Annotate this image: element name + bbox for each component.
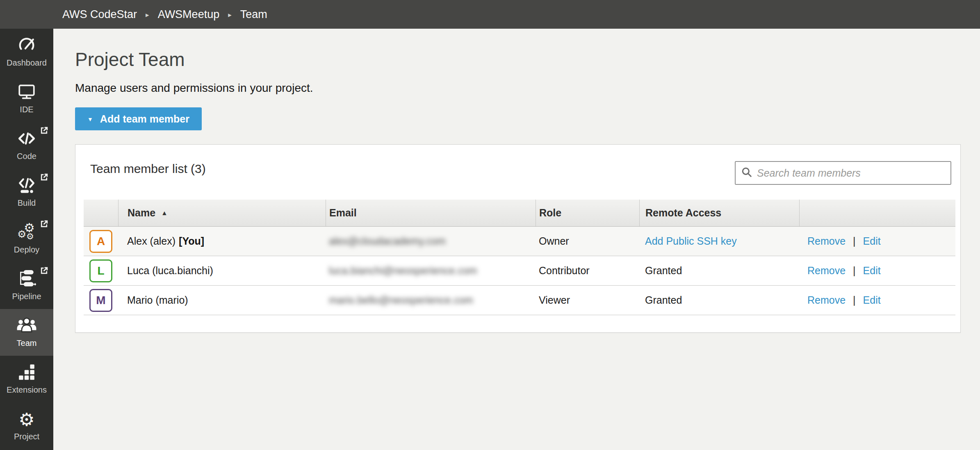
add-team-member-button[interactable]: ▼ Add team member — [75, 107, 202, 130]
avatar: L — [89, 259, 112, 282]
top-navigation-bar: AWS CodeStar ▸ AWSMeetup ▸ Team — [0, 0, 980, 29]
blurred-email: luca.bianchi@neosperience.com — [329, 265, 477, 277]
action-separator: | — [853, 294, 856, 306]
sidebar-item-build[interactable]: Build — [0, 169, 53, 216]
sort-ascending-icon: ▲ — [161, 209, 168, 217]
monitor-icon — [17, 82, 36, 103]
action-separator: | — [853, 265, 856, 277]
team-member-list-panel: Team member list (3) Name ▲ Email Role — [75, 144, 961, 333]
remove-link[interactable]: Remove — [807, 265, 846, 277]
search-icon — [741, 167, 752, 179]
gears-icon: ⚙ ⚙ ⚙ — [17, 223, 36, 242]
panel-title: Team member list (3) — [90, 162, 206, 176]
table-row: M Mario (mario) mario.bello@neosperience… — [84, 286, 955, 315]
table-row: L Luca (luca.bianchi) luca.bianchi@neosp… — [84, 256, 955, 286]
sidebar-item-extensions[interactable]: Extensions — [0, 356, 53, 402]
action-separator: | — [853, 235, 856, 247]
blurred-email: alex@cloudacademy.com — [329, 235, 446, 247]
team-member-table: Name ▲ Email Role Remote Access — [84, 200, 955, 315]
external-link-icon — [40, 173, 48, 183]
gear-icon: ⚙ — [18, 411, 34, 429]
sidebar-item-team[interactable]: Team — [0, 309, 53, 356]
member-role: Viewer — [536, 286, 639, 315]
blurred-email: mario.bello@neosperience.com — [329, 294, 473, 306]
build-code-icon — [17, 176, 36, 196]
sidebar-item-label: Deploy — [14, 245, 39, 255]
remove-link[interactable]: Remove — [807, 235, 846, 247]
breadcrumb-app[interactable]: AWS CodeStar — [62, 8, 137, 21]
search-box — [735, 161, 951, 185]
remove-link[interactable]: Remove — [807, 294, 846, 306]
dashboard-gauge-icon — [17, 36, 36, 56]
member-name: Mario (mario) — [118, 286, 326, 315]
sidebar-item-label: Extensions — [7, 385, 47, 395]
avatar-column-header — [84, 200, 118, 226]
member-role: Owner — [536, 227, 639, 256]
remote-access-status: Granted — [639, 286, 799, 315]
table-header-row: Name ▲ Email Role Remote Access — [84, 200, 955, 227]
remote-access-status: Granted — [639, 256, 799, 285]
chevron-down-icon: ▼ — [87, 116, 93, 123]
sidebar-item-label: Project — [14, 432, 39, 441]
edit-link[interactable]: Edit — [863, 235, 881, 247]
name-column-header[interactable]: Name ▲ — [118, 200, 326, 226]
you-badge: [You] — [179, 235, 204, 247]
member-role: Contributor — [536, 256, 639, 285]
external-link-icon — [40, 220, 48, 230]
actions-column-header — [799, 200, 955, 226]
breadcrumb-project[interactable]: AWSMeetup — [158, 8, 220, 21]
role-column-header[interactable]: Role — [536, 200, 639, 226]
sidebar-item-label: Code — [17, 152, 36, 161]
page-title: Project Team — [75, 48, 980, 70]
member-email: mario.bello@neosperience.com — [326, 286, 536, 315]
sidebar-item-label: Team — [17, 339, 37, 348]
remote-access-column-header[interactable]: Remote Access — [639, 200, 799, 226]
edit-link[interactable]: Edit — [863, 294, 881, 306]
member-name: Luca (luca.bianchi) — [118, 256, 326, 285]
member-email: alex@cloudacademy.com — [326, 227, 536, 256]
sidebar-item-label: Dashboard — [7, 58, 47, 68]
sidebar-item-code[interactable]: Code — [0, 122, 53, 169]
sidebar-item-ide[interactable]: IDE — [0, 75, 53, 122]
pipeline-stages-icon — [17, 269, 36, 290]
sidebar-item-deploy[interactable]: ⚙ ⚙ ⚙ Deploy — [0, 216, 53, 262]
breadcrumb-page: Team — [240, 8, 267, 21]
sidebar-item-pipeline[interactable]: Pipeline — [0, 262, 53, 309]
sidebar-navigation: Dashboard IDE Code Bui — [0, 29, 53, 450]
breadcrumb-separator-icon: ▸ — [228, 11, 232, 19]
sidebar-item-label: Pipeline — [12, 292, 41, 301]
avatar: A — [89, 230, 112, 253]
page-subtitle: Manage users and permissions in your pro… — [75, 82, 980, 95]
main-content: Project Team Manage users and permission… — [53, 29, 980, 450]
external-link-icon — [40, 126, 48, 136]
member-name: Alex (alex) [You] — [118, 227, 326, 256]
sidebar-item-project[interactable]: ⚙ Project — [0, 402, 53, 449]
people-icon — [16, 318, 37, 335]
search-team-members-input[interactable] — [757, 167, 945, 179]
add-public-ssh-key-link[interactable]: Add Public SSH key — [645, 235, 737, 247]
avatar: M — [89, 289, 112, 312]
sidebar-item-label: Build — [18, 198, 36, 208]
add-team-member-label: Add team member — [100, 113, 189, 125]
code-brackets-icon — [17, 129, 36, 150]
sidebar-item-label: IDE — [20, 105, 33, 114]
blocks-icon — [17, 363, 36, 383]
external-link-icon — [40, 266, 48, 277]
breadcrumb-separator-icon: ▸ — [146, 11, 149, 19]
table-row: A Alex (alex) [You] alex@cloudacademy.co… — [84, 227, 955, 256]
member-email: luca.bianchi@neosperience.com — [326, 256, 536, 285]
email-column-header[interactable]: Email — [326, 200, 536, 226]
sidebar-item-dashboard[interactable]: Dashboard — [0, 29, 53, 75]
edit-link[interactable]: Edit — [863, 265, 881, 277]
